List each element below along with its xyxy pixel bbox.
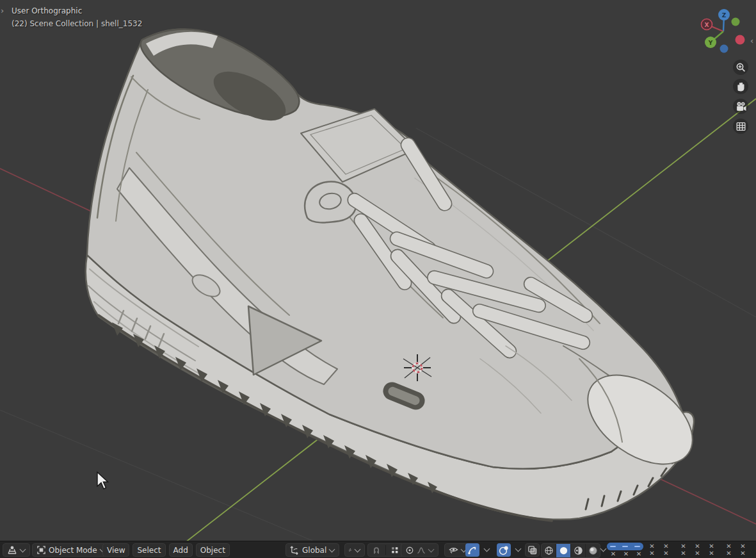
solid-sphere-icon [559, 546, 568, 555]
orientation-label: Global [302, 546, 326, 555]
projection-toggle-button[interactable] [733, 119, 748, 134]
overlays-toggle[interactable] [497, 543, 511, 557]
orientation-icon [290, 545, 300, 555]
viewport-header: Object Mode View Select Add Object Globa… [0, 541, 756, 558]
gizmo-visibility-icon [449, 545, 458, 555]
missing-glyph-button[interactable]: ✕✕ [648, 543, 656, 557]
missing-glyph-button[interactable]: ✕✕ [725, 543, 733, 557]
missing-glyph-button[interactable]: ✕✕ [662, 543, 670, 557]
missing-glyph[interactable]: ✕ [623, 550, 629, 557]
mouse-cursor [97, 472, 108, 489]
shading-material-preview[interactable] [571, 544, 586, 557]
shading-dropdown-chevron[interactable] [600, 546, 607, 552]
shading-mode-group [541, 543, 600, 558]
proportional-edit-icon [405, 546, 414, 555]
pill-button[interactable] [607, 543, 619, 550]
gizmo-arc-icon [467, 545, 478, 555]
rendered-sphere-icon [588, 546, 598, 555]
missing-glyph-columns: ✕✕ ✕✕ ✕✕ ✕✕ ✕✕ ✕✕ ✕✕ [648, 543, 747, 557]
overlays-icon [499, 545, 509, 555]
navigation-gizmo[interactable]: Z X Y [698, 5, 749, 56]
viewport-canvas[interactable] [0, 0, 756, 558]
magnet-icon [372, 546, 381, 555]
grid-icon [736, 121, 746, 132]
overlays-dropdown-chevron[interactable] [515, 546, 522, 552]
gizmo-x-axis[interactable]: X [702, 19, 712, 30]
gizmos-toggle[interactable] [465, 543, 479, 557]
transform-orientation-dropdown[interactable]: Global [286, 543, 339, 557]
shading-rendered[interactable] [586, 544, 600, 557]
gizmo-neg-y[interactable] [732, 18, 740, 26]
pan-button[interactable] [733, 79, 748, 94]
editor-3d-viewport-icon [7, 545, 17, 555]
menu-view[interactable]: View [102, 543, 129, 557]
wireframe-sphere-icon [544, 546, 554, 555]
shading-wireframe[interactable] [542, 544, 556, 557]
missing-glyph[interactable]: ✕ [611, 550, 616, 557]
pill-button[interactable] [619, 543, 631, 550]
missing-glyph-button[interactable]: ✕✕ [693, 543, 702, 557]
mode-dropdown[interactable]: Object Mode [32, 543, 110, 557]
missing-glyph-button[interactable]: ✕✕ [707, 543, 716, 557]
object-mode-icon [36, 545, 46, 555]
gizmo-neg-x[interactable] [736, 35, 745, 45]
editor-type-button[interactable] [3, 543, 30, 557]
missing-glyph-button[interactable]: ✕✕ [679, 543, 688, 557]
falloff-curve-icon [417, 546, 426, 555]
toolbar-expand-arrow[interactable]: › [1, 6, 4, 15]
xray-icon [527, 545, 537, 555]
breadcrumb: (22) Scene Collection | shell_1532 [12, 19, 142, 28]
menu-object[interactable]: Object [196, 543, 230, 557]
blender-window: User Orthographic (22) Scene Collection … [0, 0, 756, 558]
pill-button[interactable] [631, 543, 643, 550]
svg-text:Z: Z [722, 12, 727, 19]
svg-text:Y: Y [708, 40, 713, 46]
header-pill-buttons [607, 543, 643, 550]
svg-text:X: X [705, 22, 709, 28]
gizmo-y-axis[interactable]: Y [705, 37, 716, 48]
missing-glyph-button[interactable]: ✕✕ [739, 543, 747, 557]
camera-icon [736, 101, 746, 112]
gizmos-dropdown-chevron[interactable] [484, 546, 490, 552]
gizmo-z-axis[interactable]: Z [718, 9, 730, 21]
hand-icon [737, 83, 744, 92]
view-label: User Orthographic [12, 6, 82, 15]
menu-add[interactable]: Add [169, 543, 193, 557]
zoom-button[interactable] [733, 60, 748, 75]
pivot-point-dropdown[interactable] [344, 543, 365, 557]
shading-solid[interactable] [556, 544, 571, 557]
material-sphere-icon [574, 546, 583, 555]
pivot-icon [349, 545, 352, 555]
xray-toggle[interactable] [525, 543, 540, 557]
header-menus: View Select Add Object [102, 543, 230, 557]
mode-label: Object Mode [49, 546, 97, 555]
camera-view-button[interactable] [733, 99, 748, 114]
menu-select[interactable]: Select [133, 543, 165, 557]
shoe-model[interactable] [86, 29, 709, 521]
gizmo-neg-z[interactable] [720, 45, 728, 53]
proportional-edit-group[interactable] [401, 543, 438, 557]
sidebar-expand-arrow[interactable]: ‹ [750, 37, 753, 45]
snap-to-icon [390, 546, 399, 555]
missing-glyph[interactable]: ✕ [636, 550, 641, 557]
pill-glyph-row: ✕ ✕ ✕ [607, 550, 645, 557]
